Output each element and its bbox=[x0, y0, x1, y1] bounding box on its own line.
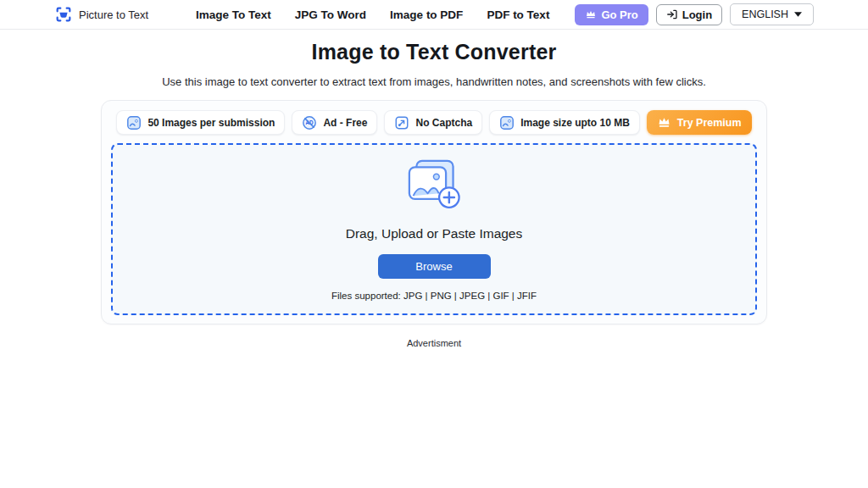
go-pro-button[interactable]: Go Pro bbox=[575, 4, 648, 25]
crown-icon bbox=[585, 8, 597, 20]
login-icon bbox=[666, 8, 678, 20]
try-premium-button[interactable]: Try Premium bbox=[647, 110, 752, 135]
badge-label: Image size upto 10 MB bbox=[520, 117, 630, 129]
add-images-icon bbox=[403, 158, 465, 211]
badge-label: 50 Images per submission bbox=[147, 117, 275, 129]
nav-pdf-to-text[interactable]: PDF to Text bbox=[487, 8, 549, 21]
advertisement-label: Advertisment bbox=[0, 338, 868, 348]
ad-free-icon: AD bbox=[302, 115, 317, 130]
badge-ad-free: AD Ad - Free bbox=[292, 110, 377, 135]
upload-dropzone[interactable]: Drag, Upload or Paste Images Browse File… bbox=[111, 143, 757, 315]
page-title: Image to Text Converter bbox=[0, 40, 868, 64]
page-subtitle: Use this image to text converter to extr… bbox=[0, 75, 868, 88]
badge-label: Ad - Free bbox=[323, 117, 367, 129]
login-button[interactable]: Login bbox=[656, 4, 722, 25]
header: Picture to Text Image To Text JPG To Wor… bbox=[0, 0, 868, 30]
try-premium-label: Try Premium bbox=[677, 117, 742, 129]
nav-jpg-to-word[interactable]: JPG To Word bbox=[295, 8, 366, 21]
chevron-down-icon bbox=[794, 12, 802, 17]
badge-images-per-submission: 50 Images per submission bbox=[116, 110, 285, 135]
badge-label: No Captcha bbox=[415, 117, 472, 129]
feature-badges: 50 Images per submission AD Ad - Free bbox=[111, 110, 757, 135]
no-captcha-icon bbox=[394, 115, 409, 130]
language-label: ENGLISH bbox=[742, 8, 788, 20]
brand-name: Picture to Text bbox=[79, 8, 148, 21]
login-label: Login bbox=[682, 8, 712, 21]
drop-instruction: Drag, Upload or Paste Images bbox=[346, 226, 523, 241]
browse-button[interactable]: Browse bbox=[378, 254, 491, 279]
nav-image-to-text[interactable]: Image To Text bbox=[196, 8, 271, 21]
crown-icon bbox=[657, 115, 671, 130]
files-supported-text: Files supported: JPG | PNG | JPEG | GIF … bbox=[331, 291, 537, 301]
brand-logo[interactable]: Picture to Text bbox=[54, 5, 148, 24]
nav-image-to-pdf[interactable]: Image to PDF bbox=[390, 8, 463, 21]
converter-card: 50 Images per submission AD Ad - Free bbox=[101, 100, 767, 324]
image-icon bbox=[499, 115, 515, 130]
image-icon bbox=[126, 115, 142, 130]
language-dropdown[interactable]: ENGLISH bbox=[730, 3, 814, 25]
badge-no-captcha: No Captcha bbox=[384, 110, 482, 135]
picture-to-text-logo-icon bbox=[54, 5, 73, 24]
hero-section: Image to Text Converter Use this image t… bbox=[0, 40, 868, 88]
go-pro-label: Go Pro bbox=[601, 8, 637, 21]
header-actions: Go Pro Login ENGLISH bbox=[575, 3, 814, 25]
badge-image-size: Image size upto 10 MB bbox=[489, 110, 640, 135]
main-nav: Image To Text JPG To Word Image to PDF P… bbox=[196, 8, 549, 21]
